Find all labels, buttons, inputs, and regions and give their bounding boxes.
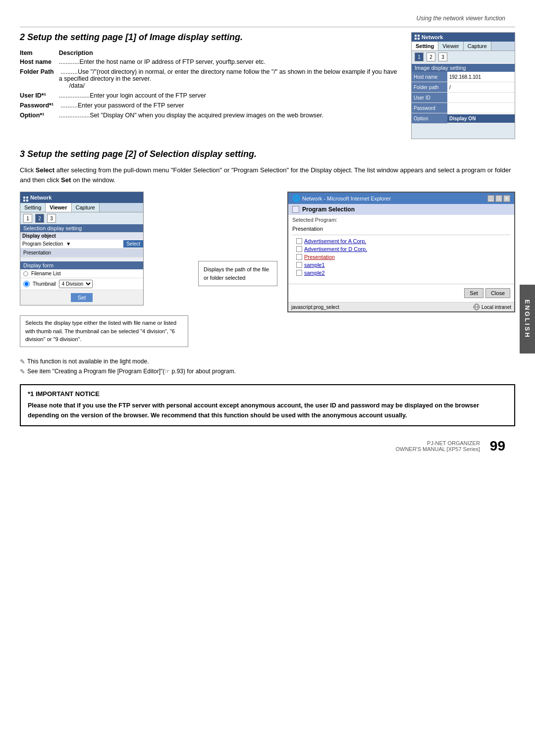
bp-selected-program-label: Selected Program: bbox=[288, 215, 514, 225]
np-label-userid: User ID bbox=[412, 93, 447, 102]
np2-tab-setting[interactable]: Setting bbox=[20, 203, 46, 212]
filename-radio-label: Filename List bbox=[31, 271, 60, 276]
screenshots-row: Network Setting Viewer Capture 1 2 3 Se bbox=[20, 192, 515, 347]
select-button[interactable]: Select bbox=[123, 240, 143, 248]
bp-controls[interactable]: _ □ ✕ bbox=[487, 195, 510, 202]
np-row-hostname: Host name 192.168.1.101 bbox=[412, 72, 515, 82]
np-title: Network bbox=[422, 34, 443, 40]
list-item-ad-d[interactable]: Advertisement for D Corp. bbox=[288, 245, 514, 253]
program-selection-title: Program Selection bbox=[302, 206, 355, 213]
note-text-1: This function is not available in the li… bbox=[27, 357, 149, 366]
table-row: Option*¹ ..................Set "Display … bbox=[20, 111, 401, 121]
bp-selected-program-value: Presentation bbox=[288, 225, 514, 235]
filename-radio[interactable] bbox=[23, 271, 28, 276]
np-num-3[interactable]: 3 bbox=[438, 52, 447, 61]
list-item-sample1[interactable]: sample1 bbox=[288, 261, 514, 269]
np-label-hostname: Host name bbox=[412, 72, 447, 82]
bp-section-header: Program Selection bbox=[288, 204, 514, 215]
caption-box: Selects the display type either the list… bbox=[20, 315, 188, 347]
bp-statusbar: javascript:prog_select Local intranet bbox=[288, 302, 514, 311]
desc-option: ..................Set "Display ON" when … bbox=[59, 111, 401, 121]
left-col: Network Setting Viewer Capture 1 2 3 Se bbox=[20, 192, 188, 347]
table-row: Password*¹ ..........Enter your password… bbox=[20, 101, 401, 111]
np-row-userid: User ID bbox=[412, 93, 515, 103]
list-icon bbox=[296, 262, 302, 268]
np-tab-setting[interactable]: Setting bbox=[412, 42, 438, 50]
list-item-ad-a[interactable]: Advertisement for A Corp. bbox=[288, 237, 514, 245]
display-object-label: Display object bbox=[20, 232, 143, 240]
note-icon-1: ✎ bbox=[20, 357, 25, 367]
np2-title: Network bbox=[30, 195, 52, 201]
bp-browser-title: Network - Microsoft Internet Explorer bbox=[302, 196, 391, 202]
callout-box-arrow: Displays the path of the file or folder … bbox=[198, 261, 277, 286]
list-item-presentation[interactable]: Presentation bbox=[288, 253, 514, 261]
description-table: Item Description Host name ............E… bbox=[20, 49, 401, 121]
footer-info: PJ-NET ORGANIZER OWNER'S MANUAL [XP57 Se… bbox=[395, 440, 480, 452]
division-select[interactable]: 4 Division 6 Division 9 Division bbox=[59, 280, 93, 288]
bp-title-text: 🌐 Network - Microsoft Internet Explorer bbox=[292, 195, 391, 202]
bp-titlebar: 🌐 Network - Microsoft Internet Explorer … bbox=[288, 193, 514, 204]
np-label-password: Password bbox=[412, 103, 447, 113]
thumbnail-radio-label: Thumbnail bbox=[33, 281, 56, 287]
np2-titlebar: Network bbox=[20, 192, 143, 203]
np2-num-1[interactable]: 1 bbox=[23, 214, 32, 223]
np-num-2[interactable]: 2 bbox=[427, 52, 435, 61]
desc-folderpath: ..........Use "/"(root directory) in nor… bbox=[59, 67, 401, 91]
section2-heading: 2 Setup the setting page [1] of Image di… bbox=[20, 32, 401, 43]
list-icon bbox=[296, 270, 302, 276]
np2-display-object-row: Program Selection ▼ Select bbox=[20, 240, 143, 249]
list-icon bbox=[296, 254, 302, 260]
minimize-button[interactable]: _ bbox=[487, 195, 494, 202]
bp-set-button[interactable]: Set bbox=[464, 288, 483, 298]
desc-userid: ..................Enter your login accou… bbox=[59, 91, 401, 101]
bp-status-left: javascript:prog_select bbox=[291, 304, 339, 310]
note-1: ✎ This function is not available in the … bbox=[20, 357, 515, 367]
bp-list: Advertisement for A Corp. Advertisement … bbox=[288, 235, 514, 279]
np2-tab-viewer[interactable]: Viewer bbox=[46, 203, 71, 212]
col-item: Item bbox=[20, 49, 59, 57]
list-icon bbox=[296, 246, 302, 252]
bp-close-button[interactable]: Close bbox=[485, 288, 510, 298]
np2-num-3[interactable]: 3 bbox=[47, 214, 56, 223]
np-num-1[interactable]: 1 bbox=[415, 52, 424, 61]
page-footer: PJ-NET ORGANIZER OWNER'S MANUAL [XP57 Se… bbox=[0, 433, 535, 459]
bp-footer-row: Set Close bbox=[288, 284, 514, 302]
section3-heading: 3 Setup the setting page [2] of Selectio… bbox=[20, 149, 515, 159]
np2-display-form-label: Display form bbox=[20, 261, 143, 269]
np-value-option: Display ON bbox=[447, 114, 515, 123]
np-value-folderpath: / bbox=[447, 83, 515, 92]
note-text-2: See item "Creating a Program file [Progr… bbox=[27, 367, 236, 376]
bp-status-right: Local intranet bbox=[473, 303, 511, 310]
item-folderpath: Folder Path bbox=[20, 67, 59, 91]
important-title: *1 IMPORTANT NOTICE bbox=[28, 390, 507, 398]
list-item-sample2[interactable]: sample2 bbox=[288, 269, 514, 277]
np-label-option: Option bbox=[412, 113, 447, 123]
list-item-text: Presentation bbox=[304, 254, 335, 260]
np2-tab-capture[interactable]: Capture bbox=[72, 203, 100, 212]
note-2: ✎ See item "Creating a Program file [Pro… bbox=[20, 367, 515, 377]
english-tab: ENGLISH bbox=[520, 285, 535, 353]
set-button[interactable]: Set bbox=[71, 293, 93, 302]
table-row: Host name ............Enter the host nam… bbox=[20, 57, 401, 67]
table-row: Folder Path ..........Use "/"(root direc… bbox=[20, 67, 401, 91]
np2-thumbnail-row: Thumbnail 4 Division 6 Division 9 Divisi… bbox=[20, 278, 143, 290]
np-tab-viewer[interactable]: Viewer bbox=[438, 42, 463, 50]
thumbnail-radio[interactable] bbox=[23, 281, 30, 287]
list-item-text: Advertisement for D Corp. bbox=[304, 246, 367, 252]
item-userid: User ID*¹ bbox=[20, 91, 59, 101]
np-tab-capture[interactable]: Capture bbox=[464, 42, 491, 50]
item-password: Password*¹ bbox=[20, 101, 59, 111]
important-box: *1 IMPORTANT NOTICE Please note that if … bbox=[20, 384, 515, 426]
restore-button[interactable]: □ bbox=[495, 195, 502, 202]
list-item-text: sample1 bbox=[304, 262, 325, 268]
close-button[interactable]: ✕ bbox=[503, 195, 510, 202]
page-number: 99 bbox=[490, 438, 505, 454]
np-value-hostname: 192.168.1.101 bbox=[447, 73, 515, 81]
np2-num-2[interactable]: 2 bbox=[35, 214, 44, 223]
np2-section-title: Selection display setting bbox=[20, 224, 143, 232]
notes-section: ✎ This function is not available in the … bbox=[20, 357, 515, 378]
item-hostname: Host name bbox=[20, 57, 59, 67]
np-value-password bbox=[447, 106, 515, 109]
np2-numbers: 1 2 3 bbox=[20, 212, 143, 224]
footer-brand-line2: OWNER'S MANUAL [XP57 Series] bbox=[395, 446, 480, 452]
